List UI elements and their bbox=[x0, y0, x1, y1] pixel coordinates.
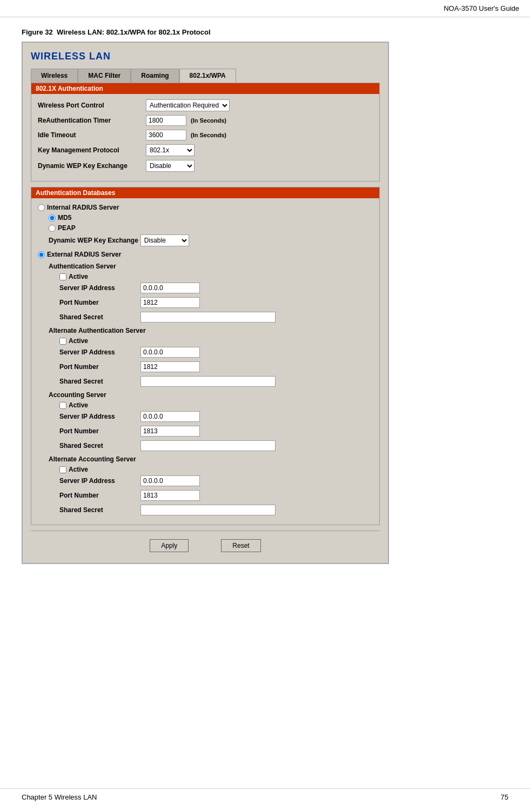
auth-server-port-row: Port Number bbox=[59, 297, 373, 308]
internal-radius-radio[interactable] bbox=[38, 204, 45, 211]
key-mgmt-select[interactable]: 802.1x WPA bbox=[146, 144, 194, 156]
alt-acct-server-port-label: Port Number bbox=[59, 492, 140, 499]
dynamic-wep-internal-select[interactable]: Disable Enable bbox=[140, 234, 189, 246]
alt-acct-server-title: Alternate Accounting Server bbox=[49, 455, 373, 463]
external-radius-radio[interactable] bbox=[38, 251, 45, 258]
alt-acct-server-secret-label: Shared Secret bbox=[59, 506, 140, 514]
auth-server-secret-label: Shared Secret bbox=[59, 313, 140, 321]
reauth-timer-input[interactable] bbox=[146, 115, 186, 126]
alt-auth-server-ip-row: Server IP Address bbox=[59, 347, 373, 358]
dynamic-wep-row: Dynamic WEP Key Exchange Disable Enable bbox=[38, 160, 373, 172]
page-content: Figure 32 Wireless LAN: 802.1x/WPA for 8… bbox=[0, 17, 530, 575]
alt-acct-server-ip-row: Server IP Address bbox=[59, 475, 373, 486]
tab-roaming[interactable]: Roaming bbox=[131, 69, 179, 83]
acct-server-secret-row: Shared Secret bbox=[59, 440, 373, 451]
auth-section-body: Wireless Port Control No Access Authenti… bbox=[31, 94, 379, 181]
acct-server-port-input[interactable] bbox=[140, 426, 200, 437]
acct-server-secret-input[interactable] bbox=[140, 440, 276, 451]
alt-acct-server-secret-input[interactable] bbox=[140, 505, 276, 515]
alt-acct-server-active-checkbox[interactable] bbox=[59, 466, 66, 473]
auth-server-ip-input[interactable] bbox=[140, 283, 200, 293]
auth-server-port-input[interactable] bbox=[140, 297, 200, 308]
key-mgmt-row: Key Management Protocol 802.1x WPA bbox=[38, 144, 373, 156]
alt-auth-server-active-checkbox[interactable] bbox=[59, 338, 66, 345]
reauth-timer-suffix: (In Seconds) bbox=[191, 117, 226, 124]
acct-server-active-checkbox[interactable] bbox=[59, 402, 66, 409]
alt-acct-server-port-row: Port Number bbox=[59, 490, 373, 501]
alt-acct-server-active-label: Active bbox=[69, 466, 88, 473]
peap-radio[interactable] bbox=[49, 225, 56, 232]
acct-server-ip-input[interactable] bbox=[140, 411, 200, 422]
acct-server-group: Active Server IP Address Port Number Sha… bbox=[49, 401, 373, 451]
alt-acct-server-ip-label: Server IP Address bbox=[59, 477, 140, 485]
apply-button[interactable]: Apply bbox=[150, 539, 189, 552]
tab-wireless[interactable]: Wireless bbox=[31, 69, 78, 83]
buttons-row: Apply Reset bbox=[31, 531, 380, 555]
idle-timeout-row: Idle Timeout (In Seconds) bbox=[38, 130, 373, 140]
md5-label: MD5 bbox=[58, 214, 71, 222]
panel-title: WIRELESS LAN bbox=[31, 51, 380, 62]
acct-server-active-label: Active bbox=[69, 401, 88, 409]
alt-auth-server-group: Active Server IP Address Port Number Sha… bbox=[49, 337, 373, 387]
tab-mac-filter[interactable]: MAC Filter bbox=[78, 69, 131, 83]
auth-server-port-label: Port Number bbox=[59, 299, 140, 306]
tabs-row: Wireless MAC Filter Roaming 802.1x/WPA bbox=[31, 69, 380, 83]
alt-acct-server-ip-input[interactable] bbox=[140, 475, 200, 486]
auth-server-group: Active Server IP Address Port Number Sha… bbox=[49, 273, 373, 323]
alt-auth-server-active-row: Active bbox=[59, 337, 373, 345]
auth-db-section-body: Internal RADIUS Server MD5 PEAP D bbox=[31, 198, 379, 525]
wireless-port-control-label: Wireless Port Control bbox=[38, 102, 146, 109]
figure-caption: Figure 32 Wireless LAN: 802.1x/WPA for 8… bbox=[22, 28, 508, 36]
tab-802x-wpa[interactable]: 802.1x/WPA bbox=[179, 69, 236, 83]
idle-timeout-input[interactable] bbox=[146, 130, 186, 140]
external-radius-row: External RADIUS Server bbox=[38, 251, 373, 258]
alt-acct-server-active-row: Active bbox=[59, 466, 373, 473]
idle-timeout-label: Idle Timeout bbox=[38, 131, 146, 139]
md5-radio[interactable] bbox=[49, 214, 56, 222]
reauth-timer-row: ReAuthentication Timer (In Seconds) bbox=[38, 115, 373, 126]
alt-auth-server-port-label: Port Number bbox=[59, 363, 140, 371]
auth-server-ip-label: Server IP Address bbox=[59, 284, 140, 292]
external-radius-group: Authentication Server Active Server IP A… bbox=[38, 263, 373, 515]
footer-left: Chapter 5 Wireless LAN bbox=[22, 793, 97, 801]
auth-section-header: 802.1X Authentication bbox=[31, 83, 379, 94]
auth-db-section-header: Authentication Databases bbox=[31, 187, 379, 198]
dynamic-wep-select[interactable]: Disable Enable bbox=[146, 160, 194, 172]
acct-server-port-row: Port Number bbox=[59, 426, 373, 437]
auth-section: 802.1X Authentication Wireless Port Cont… bbox=[31, 83, 380, 182]
alt-auth-server-active-label: Active bbox=[69, 337, 88, 345]
auth-server-ip-row: Server IP Address bbox=[59, 283, 373, 293]
alt-auth-server-secret-input[interactable] bbox=[140, 376, 276, 387]
alt-auth-server-ip-input[interactable] bbox=[140, 347, 200, 358]
auth-db-section: Authentication Databases Internal RADIUS… bbox=[31, 187, 380, 525]
figure-caption-text: Wireless LAN: 802.1x/WPA for 802.1x Prot… bbox=[57, 28, 211, 36]
acct-server-ip-row: Server IP Address bbox=[59, 411, 373, 422]
auth-server-secret-input[interactable] bbox=[140, 312, 276, 323]
alt-acct-server-group: Active Server IP Address Port Number Sha… bbox=[49, 466, 373, 515]
key-mgmt-label: Key Management Protocol bbox=[38, 146, 146, 154]
dynamic-wep-internal-label: Dynamic WEP Key Exchange bbox=[49, 237, 138, 244]
alt-auth-server-port-row: Port Number bbox=[59, 361, 373, 372]
footer-right: 75 bbox=[501, 793, 508, 801]
acct-server-secret-label: Shared Secret bbox=[59, 442, 140, 449]
page-footer: Chapter 5 Wireless LAN 75 bbox=[0, 788, 530, 801]
internal-radius-row: Internal RADIUS Server bbox=[38, 204, 373, 211]
md5-row: MD5 bbox=[49, 214, 373, 222]
alt-auth-server-title: Alternate Authentication Server bbox=[49, 327, 373, 334]
dynamic-wep-label: Dynamic WEP Key Exchange bbox=[38, 162, 146, 170]
auth-server-title: Authentication Server bbox=[49, 263, 373, 270]
acct-server-title: Accounting Server bbox=[49, 391, 373, 399]
acct-server-ip-label: Server IP Address bbox=[59, 413, 140, 420]
page-header: NOA-3570 User's Guide bbox=[0, 0, 530, 17]
wireless-port-control-select[interactable]: No Access Authentication Required No Aut… bbox=[146, 99, 230, 111]
internal-radius-label: Internal RADIUS Server bbox=[47, 204, 119, 211]
reset-button[interactable]: Reset bbox=[221, 539, 260, 552]
acct-server-port-label: Port Number bbox=[59, 427, 140, 435]
wireless-port-control-row: Wireless Port Control No Access Authenti… bbox=[38, 99, 373, 111]
alt-acct-server-port-input[interactable] bbox=[140, 490, 200, 501]
alt-auth-server-port-input[interactable] bbox=[140, 361, 200, 372]
md5-group: MD5 PEAP Dynamic WEP Key Exchange Disabl… bbox=[38, 214, 373, 246]
reauth-timer-label: ReAuthentication Timer bbox=[38, 117, 146, 124]
auth-server-active-checkbox[interactable] bbox=[59, 273, 66, 280]
figure-label: Figure 32 bbox=[22, 28, 53, 36]
